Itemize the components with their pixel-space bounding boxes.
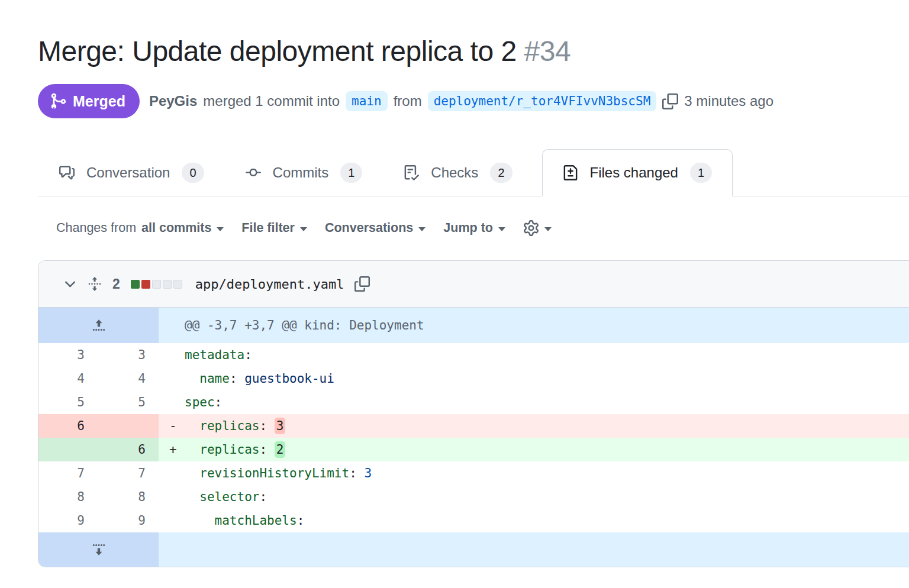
new-line-number[interactable]: 7 — [98, 461, 159, 485]
diffstat-square-del — [141, 280, 150, 289]
diff-sign — [169, 509, 185, 532]
tab-counter: 0 — [182, 163, 204, 183]
head-branch-pill[interactable]: deployment/r_tor4VFIvvN3bscSM — [428, 91, 657, 111]
expand-all-hunks-button[interactable] — [88, 276, 102, 292]
old-line-number[interactable]: 6 — [38, 414, 98, 438]
new-line-number[interactable]: 8 — [98, 485, 159, 509]
diff-sign — [169, 461, 185, 485]
diff-line-ctx: 44 name: guestbook-ui — [38, 367, 909, 390]
new-line-number[interactable]: 4 — [98, 367, 159, 390]
code-text: name: guestbook-ui — [185, 367, 334, 390]
jump-to-dropdown[interactable]: Jump to — [443, 221, 505, 235]
tab-label: Commits — [273, 164, 329, 181]
gear-icon — [523, 220, 539, 236]
git-commit-icon — [246, 165, 261, 180]
diff-sign — [169, 343, 185, 367]
old-line-number[interactable]: 9 — [38, 509, 98, 532]
file-changes-count: 2 — [112, 276, 120, 292]
file-filter-dropdown[interactable]: File filter — [241, 221, 307, 235]
expand-hunk-down-button[interactable] — [38, 532, 159, 567]
new-line-number[interactable]: 6 — [98, 438, 159, 461]
old-line-number[interactable]: 4 — [38, 367, 98, 390]
old-line-number[interactable] — [38, 438, 98, 461]
changes-from-dropdown[interactable]: Changes from all commits — [56, 221, 224, 235]
pr-number: #34 — [524, 35, 570, 67]
tab-counter: 2 — [490, 163, 512, 183]
tab-label: Checks — [431, 164, 478, 181]
tab-files-changed[interactable]: Files changed 1 — [542, 149, 733, 196]
tab-commits[interactable]: Commits 1 — [234, 149, 375, 196]
file-diff-container: 2 app/deployment.yaml @@ -3,7 +3,7 @@ ki… — [38, 260, 909, 567]
diff-toolbar: Changes from all commits File filter Con… — [38, 220, 909, 236]
diff-line-del: 6- replicas: 3 — [38, 414, 909, 438]
collapse-file-button[interactable] — [63, 277, 77, 291]
checklist-icon — [404, 165, 419, 180]
jump-to-label: Jump to — [443, 221, 493, 235]
old-line-number[interactable]: 7 — [38, 461, 98, 485]
tab-label: Conversation — [86, 164, 170, 181]
code-text: revisionHistoryLimit: 3 — [185, 461, 372, 485]
code-text: selector: — [185, 485, 267, 509]
tab-counter: 1 — [690, 163, 712, 183]
file-header: 2 app/deployment.yaml — [38, 261, 909, 308]
status-row: Merged PeyGis merged 1 commit into main … — [38, 84, 909, 118]
merge-action-text: merged 1 commit into — [203, 93, 340, 109]
diff-line-ctx: 88 selector: — [38, 485, 909, 509]
chevron-down-icon — [300, 227, 307, 231]
diff-line-ctx: 55spec: — [38, 390, 909, 414]
chevron-down-icon — [498, 227, 505, 231]
author-link[interactable]: PeyGis — [149, 93, 197, 109]
tab-conversation[interactable]: Conversation 0 — [47, 149, 216, 196]
diff-sign — [169, 485, 185, 509]
conversations-dropdown[interactable]: Conversations — [325, 221, 426, 235]
diffstat-squares — [131, 280, 182, 289]
merged-badge: Merged — [38, 84, 140, 118]
code-line: matchLabels: — [159, 509, 909, 532]
tab-counter: 1 — [340, 163, 362, 183]
unfold-icon — [88, 276, 102, 292]
chevron-down-icon — [63, 277, 77, 291]
diff-line-ctx: 33metadata: — [38, 343, 909, 367]
changes-from-label: Changes from — [56, 221, 136, 235]
diff-lines: 33metadata:44 name: guestbook-ui55spec:6… — [38, 343, 909, 532]
conversations-label: Conversations — [325, 221, 413, 235]
file-name-link[interactable]: app/deployment.yaml — [195, 277, 344, 292]
expand-row-fill — [159, 532, 909, 567]
diff-sign — [169, 390, 185, 414]
diffstat-square-neutral — [173, 280, 182, 289]
code-text: replicas: 3 — [185, 414, 285, 438]
expand-up-icon — [91, 318, 107, 333]
tab-checks[interactable]: Checks 2 — [392, 149, 524, 196]
expand-down-icon — [91, 542, 107, 557]
base-branch-pill[interactable]: main — [346, 91, 388, 111]
code-line: - replicas: 3 — [159, 414, 909, 438]
new-line-number[interactable] — [98, 414, 159, 438]
code-text: spec: — [185, 390, 222, 414]
new-line-number[interactable]: 9 — [98, 509, 159, 532]
new-line-number[interactable]: 3 — [98, 343, 159, 367]
diff-sign: - — [169, 414, 185, 438]
hunk-header-row: @@ -3,7 +3,7 @@ kind: Deployment — [38, 308, 909, 343]
chevron-down-icon — [217, 227, 224, 231]
expand-bottom-row — [38, 532, 909, 567]
merged-badge-label: Merged — [73, 93, 125, 110]
file-filter-label: File filter — [241, 221, 295, 235]
copy-branch-button[interactable] — [662, 93, 678, 109]
copy-file-path-button[interactable] — [354, 276, 370, 292]
code-line: metadata: — [159, 343, 909, 367]
code-line: spec: — [159, 390, 909, 414]
old-line-number[interactable]: 8 — [38, 485, 98, 509]
diffstat-square-neutral — [163, 280, 172, 289]
expand-hunk-up-button[interactable] — [38, 308, 159, 343]
old-line-number[interactable]: 5 — [38, 390, 98, 414]
code-text: replicas: 2 — [185, 438, 285, 461]
pr-tabs: Conversation 0 Commits 1 Checks 2 Files … — [38, 149, 909, 196]
old-line-number[interactable]: 3 — [38, 343, 98, 367]
diff-settings-dropdown[interactable] — [523, 220, 552, 236]
tab-label: Files changed — [590, 164, 678, 181]
new-line-number[interactable]: 5 — [98, 390, 159, 414]
from-text: from — [394, 93, 422, 109]
comment-discussion-icon — [59, 165, 75, 180]
diff-line-add: 6+ replicas: 2 — [38, 438, 909, 461]
merged-time: 3 minutes ago — [684, 93, 773, 109]
